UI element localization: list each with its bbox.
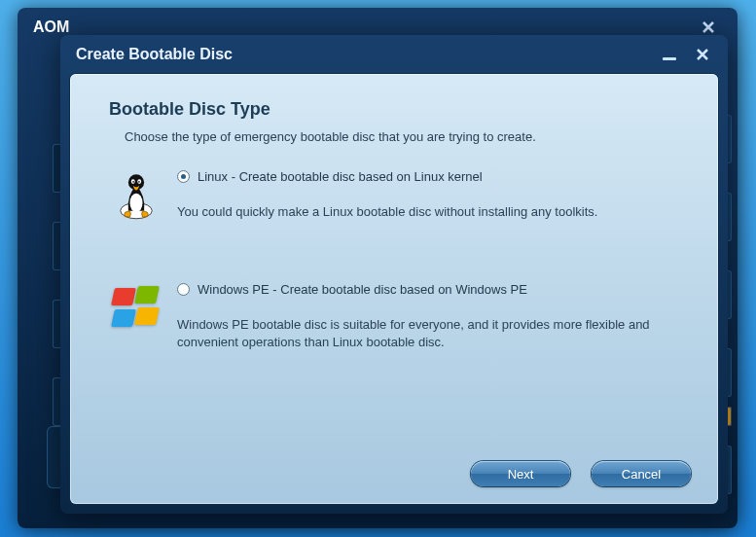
app-title: AOM bbox=[33, 18, 69, 36]
minimize-button[interactable] bbox=[660, 45, 679, 64]
cancel-button-label: Cancel bbox=[622, 467, 661, 482]
svg-point-6 bbox=[130, 194, 143, 213]
radio-winpe[interactable] bbox=[177, 283, 190, 296]
option-winpe-label: Windows PE - Create bootable disc based … bbox=[198, 282, 527, 297]
option-linux-label: Linux - Create bootable disc based on Li… bbox=[198, 169, 483, 184]
dialog-button-row: Next Cancel bbox=[471, 461, 691, 486]
radio-linux[interactable] bbox=[177, 170, 190, 183]
svg-point-5 bbox=[138, 181, 140, 183]
option-linux-description: You could quickly make a Linux bootable … bbox=[177, 203, 685, 221]
option-winpe: Windows PE - Create bootable disc based … bbox=[109, 282, 685, 350]
close-icon bbox=[696, 48, 709, 61]
dialog-title: Create Bootable Disc bbox=[76, 46, 233, 63]
create-bootable-disc-dialog: Create Bootable Disc Bootable Disc Type … bbox=[60, 35, 728, 514]
windows-logo-icon bbox=[109, 282, 163, 337]
next-button[interactable]: Next bbox=[471, 461, 570, 486]
next-button-label: Next bbox=[508, 467, 534, 482]
tux-icon bbox=[109, 169, 163, 224]
minimize-icon bbox=[663, 57, 676, 60]
page-subtext: Choose the type of emergency bootable di… bbox=[125, 129, 685, 144]
option-winpe-content: Windows PE - Create bootable disc based … bbox=[177, 282, 685, 350]
dialog-body: Bootable Disc Type Choose the type of em… bbox=[70, 74, 718, 504]
option-linux-row[interactable]: Linux - Create bootable disc based on Li… bbox=[177, 169, 685, 184]
dialog-titlebar[interactable]: Create Bootable Disc bbox=[60, 35, 728, 74]
option-linux-content: Linux - Create bootable disc based on Li… bbox=[177, 169, 685, 221]
page-heading: Bootable Disc Type bbox=[109, 99, 685, 120]
option-linux: Linux - Create bootable disc based on Li… bbox=[109, 169, 685, 224]
cancel-button[interactable]: Cancel bbox=[592, 461, 691, 486]
svg-point-4 bbox=[132, 181, 134, 183]
close-icon bbox=[702, 20, 715, 34]
option-winpe-row[interactable]: Windows PE - Create bootable disc based … bbox=[177, 282, 685, 297]
dialog-window-controls bbox=[660, 45, 712, 64]
option-winpe-description: Windows PE bootable disc is suitable for… bbox=[177, 316, 685, 350]
dialog-close-button[interactable] bbox=[693, 45, 712, 64]
